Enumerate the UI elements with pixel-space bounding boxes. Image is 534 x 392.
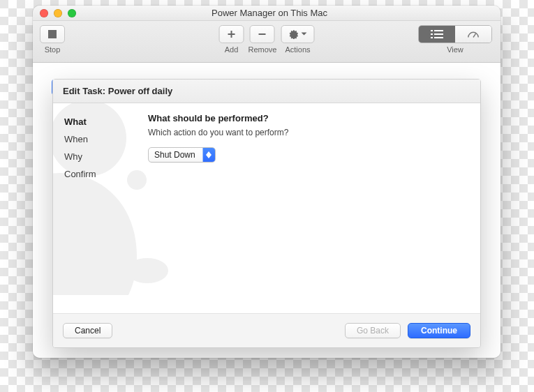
plus-icon — [227, 29, 237, 39]
add-label: Add — [225, 45, 239, 54]
gear-icon — [288, 29, 298, 39]
action-select[interactable]: Shut Down — [148, 147, 216, 163]
sidebar-item-why[interactable]: Why — [64, 148, 135, 165]
action-select-value: Shut Down — [149, 150, 202, 160]
actions-button[interactable] — [281, 25, 314, 43]
question-subtitle: Which action do you want to perform? — [148, 128, 468, 137]
list-icon — [431, 29, 443, 39]
sidebar-item-confirm[interactable]: Confirm — [64, 165, 135, 183]
toolbar-center: Add Remove Actions — [219, 25, 315, 54]
stop-label: Stop — [45, 45, 61, 54]
cancel-button[interactable]: Cancel — [63, 323, 112, 338]
svg-rect-4 — [431, 37, 433, 38]
toolbar: Stop Add Remove Actions — [33, 21, 500, 63]
sheet-body: What When Why Confirm What should be per… — [53, 103, 480, 314]
step-panel: What should be performed? Which action d… — [135, 103, 480, 313]
window-title: Power Manager on This Mac — [45, 8, 494, 18]
chevron-down-icon — [301, 32, 306, 36]
view-gauge-button[interactable] — [455, 26, 491, 43]
footer-right-buttons: Go Back Continue — [345, 323, 470, 338]
toolbar-add-group: Add — [219, 25, 244, 54]
stop-button[interactable] — [40, 25, 65, 43]
app-window: Power Manager on This Mac Stop Add Remov… — [33, 6, 500, 358]
stop-icon — [48, 30, 57, 38]
remove-button[interactable] — [250, 25, 275, 43]
svg-rect-1 — [434, 30, 443, 31]
continue-button[interactable]: Continue — [408, 323, 470, 338]
toolbar-actions-group: Actions — [281, 25, 314, 54]
minus-icon — [258, 29, 267, 39]
view-list-button[interactable] — [419, 26, 455, 43]
sheet-footer: Cancel Go Back Continue — [53, 314, 480, 347]
actions-label: Actions — [285, 45, 310, 54]
toolbar-view-group: View — [418, 25, 492, 54]
remove-label: Remove — [249, 45, 277, 54]
titlebar: Power Manager on This Mac — [33, 6, 500, 21]
toolbar-stop-group: Stop — [40, 25, 65, 54]
gauge-icon — [467, 29, 480, 39]
toolbar-remove-group: Remove — [249, 25, 277, 54]
view-label: View — [447, 45, 463, 54]
svg-rect-5 — [434, 37, 443, 38]
sidebar-item-what[interactable]: What — [64, 113, 135, 130]
select-stepper-icon — [202, 147, 215, 163]
steps-sidebar: What When Why Confirm — [53, 103, 135, 313]
sidebar-item-when[interactable]: When — [64, 130, 135, 148]
sheet-title: Edit Task: Power off daily — [53, 80, 480, 103]
question-title: What should be performed? — [148, 113, 468, 123]
svg-rect-2 — [431, 33, 433, 35]
add-button[interactable] — [219, 25, 244, 43]
edit-task-sheet: Edit Task: Power off daily What When Why… — [52, 79, 481, 348]
svg-rect-3 — [434, 33, 443, 35]
svg-rect-0 — [431, 30, 433, 31]
view-segmented[interactable] — [418, 25, 492, 43]
go-back-button: Go Back — [345, 323, 401, 338]
